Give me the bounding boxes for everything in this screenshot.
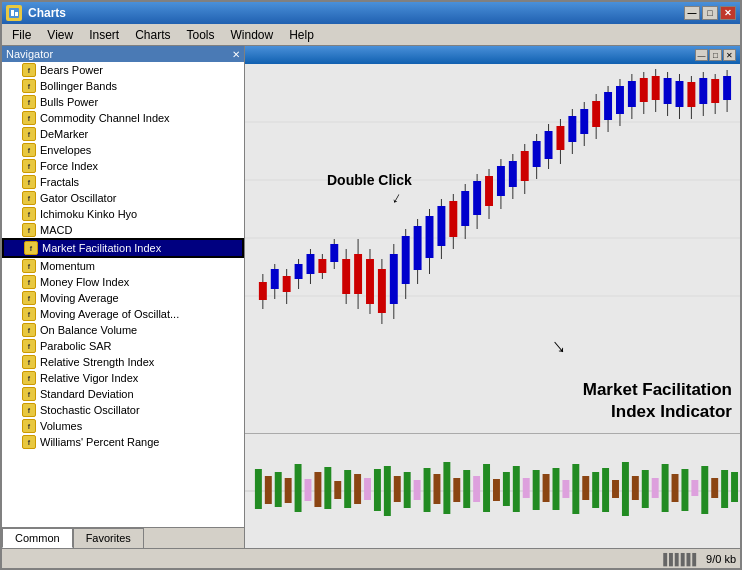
nav-item-18[interactable]: fRelative Strength Index [2,354,244,370]
nav-item-21[interactable]: fStochastic Oscillator [2,402,244,418]
svg-rect-102 [374,469,381,511]
menu-view[interactable]: View [39,26,81,44]
menu-file[interactable]: File [4,26,39,44]
nav-item-icon-4: f [22,127,36,141]
maximize-button[interactable]: □ [702,6,718,20]
menu-bar: File View Insert Charts Tools Window Hel… [2,24,740,46]
svg-rect-129 [642,470,649,508]
svg-rect-31 [390,254,398,304]
chart-title-buttons: — □ ✕ [695,49,736,61]
chart-area[interactable]: — □ ✕ [245,46,740,548]
nav-item-9[interactable]: fIchimoku Kinko Hyo [2,206,244,222]
chart-close-btn[interactable]: ✕ [723,49,736,61]
svg-rect-25 [354,254,362,294]
nav-item-label-20: Standard Deviation [40,388,134,400]
nav-item-label-6: Force Index [40,160,98,172]
svg-rect-85 [711,79,719,103]
nav-item-0[interactable]: fBears Power [2,62,244,78]
menu-charts[interactable]: Charts [127,26,178,44]
nav-item-1[interactable]: fBollinger Bands [2,78,244,94]
nav-item-icon-2: f [22,95,36,109]
nav-item-7[interactable]: fFractals [2,174,244,190]
svg-rect-137 [721,470,728,508]
nav-item-17[interactable]: fParabolic SAR [2,338,244,354]
menu-window[interactable]: Window [223,26,282,44]
svg-rect-127 [622,462,629,516]
svg-rect-45 [473,181,481,215]
nav-item-icon-9: f [22,207,36,221]
tab-common[interactable]: Common [2,528,73,548]
nav-item-14[interactable]: fMoving Average [2,290,244,306]
tab-favorites[interactable]: Favorites [73,528,144,548]
nav-item-5[interactable]: fEnvelopes [2,142,244,158]
nav-item-13[interactable]: fMoney Flow Index [2,274,244,290]
svg-rect-99 [344,470,351,508]
nav-item-6[interactable]: fForce Index [2,158,244,174]
nav-item-8[interactable]: fGator Oscillator [2,190,244,206]
nav-item-15[interactable]: fMoving Average of Oscillat... [2,306,244,322]
svg-rect-106 [414,480,421,500]
svg-rect-39 [437,206,445,246]
nav-item-10[interactable]: fMACD [2,222,244,238]
double-click-label: Double Click [327,172,412,188]
svg-rect-96 [314,472,321,507]
nav-item-icon-18: f [22,355,36,369]
svg-rect-47 [485,176,493,206]
svg-rect-93 [285,478,292,503]
svg-rect-105 [404,472,411,508]
svg-rect-131 [662,464,669,512]
chart-minimize-btn[interactable]: — [695,49,708,61]
menu-help[interactable]: Help [281,26,322,44]
nav-item-12[interactable]: fMomentum [2,258,244,274]
nav-item-icon-15: f [22,307,36,321]
nav-item-icon-1: f [22,79,36,93]
svg-rect-35 [414,226,422,270]
nav-item-3[interactable]: fCommodity Channel Index [2,110,244,126]
svg-rect-91 [265,476,272,504]
status-chart-icon: ▌▌▌▌▌▌ [663,553,698,565]
svg-rect-41 [449,201,457,237]
nav-item-11[interactable]: fMarket Facilitation Index [2,238,244,258]
chart-restore-btn[interactable]: □ [709,49,722,61]
indicator-svg [245,434,740,548]
nav-item-20[interactable]: fStandard Deviation [2,386,244,402]
status-bar: ▌▌▌▌▌▌ 9/0 kb [2,548,740,568]
nav-item-label-11: Market Facilitation Index [42,242,161,254]
svg-rect-13 [283,276,291,292]
content-area: Navigator ✕ fBears PowerfBollinger Bands… [2,46,740,548]
svg-rect-118 [533,470,540,510]
menu-tools[interactable]: Tools [179,26,223,44]
svg-rect-128 [632,476,639,500]
close-button[interactable]: ✕ [720,6,736,20]
svg-rect-81 [687,82,695,107]
svg-rect-29 [378,269,386,313]
svg-rect-94 [295,464,302,512]
svg-rect-15 [295,264,303,279]
svg-rect-37 [426,216,434,258]
nav-item-19[interactable]: fRelative Vigor Index [2,370,244,386]
svg-rect-55 [533,141,541,167]
svg-rect-2 [15,12,18,16]
nav-item-2[interactable]: fBulls Power [2,94,244,110]
navigator-list[interactable]: fBears PowerfBollinger BandsfBulls Power… [2,62,244,527]
svg-rect-3 [245,64,740,354]
title-bar: Charts — □ ✕ [2,2,740,24]
nav-item-23[interactable]: fWilliams' Percent Range [2,434,244,450]
nav-item-label-3: Commodity Channel Index [40,112,170,124]
svg-rect-43 [461,191,469,226]
window-title: Charts [28,6,684,20]
menu-insert[interactable]: Insert [81,26,127,44]
nav-item-icon-5: f [22,143,36,157]
navigator-close[interactable]: ✕ [232,49,240,60]
nav-item-label-19: Relative Vigor Index [40,372,138,384]
nav-item-icon-23: f [22,435,36,449]
svg-rect-69 [616,86,624,114]
svg-rect-123 [582,476,589,500]
nav-item-4[interactable]: fDeMarker [2,126,244,142]
svg-rect-90 [255,469,262,509]
minimize-button[interactable]: — [684,6,700,20]
nav-item-22[interactable]: fVolumes [2,418,244,434]
nav-item-icon-10: f [22,223,36,237]
nav-item-16[interactable]: fOn Balance Volume [2,322,244,338]
svg-rect-9 [259,282,267,300]
